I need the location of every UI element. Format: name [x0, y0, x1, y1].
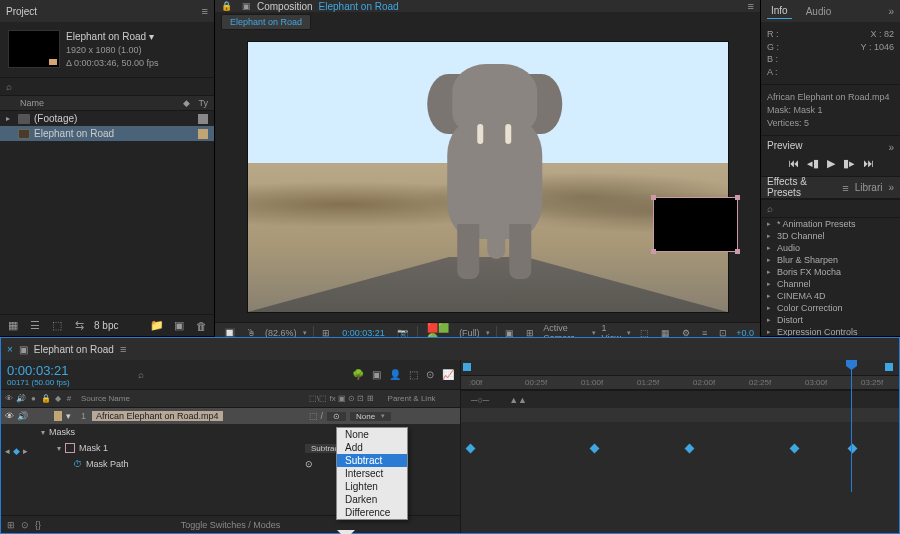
expand-icon[interactable]: ▸: [767, 232, 777, 240]
tab-info[interactable]: Info: [767, 3, 792, 19]
project-item-footage[interactable]: ▸ (Footage): [0, 111, 214, 126]
project-search-input[interactable]: [16, 81, 208, 92]
motion-blur-footer-icon[interactable]: {}: [35, 520, 41, 530]
panel-chevron-icon[interactable]: »: [888, 6, 894, 17]
zoom-dropdown-icon[interactable]: ▾: [303, 329, 307, 337]
expand-icon[interactable]: ▸: [767, 256, 777, 264]
mask-vertex[interactable]: [735, 195, 740, 200]
frame-blend-footer-icon[interactable]: ⊙: [21, 520, 29, 530]
mask-vertex[interactable]: [651, 195, 656, 200]
pickwhip-icon[interactable]: ⊙: [305, 459, 313, 469]
flow-view-icon[interactable]: ⬚: [50, 319, 64, 333]
expand-mask-icon[interactable]: ▾: [57, 444, 65, 453]
asset-name[interactable]: Elephant on Road ▾: [66, 30, 159, 44]
label-column-icon[interactable]: ◆: [183, 98, 190, 108]
time-ruler[interactable]: :00f00:25f01:00f01:25f02:00f02:25f03:00f…: [461, 376, 899, 390]
asset-thumbnail[interactable]: [8, 30, 60, 68]
render-queue-icon[interactable]: ×: [7, 344, 13, 355]
last-frame-icon[interactable]: ⏭: [863, 157, 874, 170]
ruler-top[interactable]: [461, 360, 899, 376]
project-settings-icon[interactable]: ⇆: [72, 319, 86, 333]
effect-category[interactable]: ▸Color Correction: [761, 302, 900, 314]
comp-name[interactable]: Elephant on Road: [319, 1, 399, 12]
solo-col-icon[interactable]: ●: [29, 394, 37, 403]
keyframe[interactable]: [590, 444, 600, 454]
label-swatch[interactable]: [54, 411, 62, 421]
panel-chevron-icon[interactable]: »: [888, 182, 894, 193]
camera-dropdown-icon[interactable]: ▾: [592, 329, 596, 337]
bpc-label[interactable]: 8 bpc: [94, 320, 118, 331]
expand-icon[interactable]: ▸: [767, 304, 777, 312]
res-dropdown-icon[interactable]: ▾: [486, 329, 490, 337]
preview-label[interactable]: Preview: [767, 140, 803, 155]
tab-libraries[interactable]: Librari: [855, 182, 883, 193]
menu-item-intersect[interactable]: Intersect: [337, 467, 407, 480]
visibility-col-icon[interactable]: 👁: [5, 394, 13, 403]
effect-category[interactable]: ▸CINEMA 4D: [761, 290, 900, 302]
expand-transforms-icon[interactable]: ⊞: [7, 520, 15, 530]
label-col-icon[interactable]: ◆: [54, 394, 62, 403]
new-comp-icon[interactable]: ▣: [172, 319, 186, 333]
list-view-icon[interactable]: ☰: [28, 319, 42, 333]
audio-col-icon[interactable]: 🔊: [16, 394, 26, 403]
parent-pickwhip[interactable]: ⊙: [327, 412, 346, 421]
timeline-tab[interactable]: Elephant on Road: [34, 344, 114, 355]
label-swatch[interactable]: [198, 129, 208, 139]
effect-category[interactable]: ▸Channel: [761, 278, 900, 290]
comp-mini-flow-icon[interactable]: ▣: [19, 344, 28, 355]
parent-col[interactable]: Parent & Link: [388, 394, 436, 403]
num-col-header[interactable]: #: [65, 394, 73, 403]
mask-path-label[interactable]: Mask Path: [86, 459, 305, 469]
visibility-toggle[interactable]: 👁: [5, 411, 14, 421]
shy-icon[interactable]: 👤: [389, 369, 401, 380]
tab-audio[interactable]: Audio: [802, 4, 836, 19]
expand-icon[interactable]: ▸: [767, 292, 777, 300]
lock-icon[interactable]: 🔒: [221, 1, 232, 11]
timeline-right[interactable]: :00f00:25f01:00f01:25f02:00f02:25f03:00f…: [461, 360, 899, 533]
prev-keyframe-icon[interactable]: ◂: [5, 446, 10, 456]
trash-icon[interactable]: 🗑: [194, 319, 208, 333]
type-column-header[interactable]: Ty: [198, 98, 208, 108]
first-frame-icon[interactable]: ⏮: [788, 157, 799, 170]
lock-col-icon[interactable]: 🔒: [41, 394, 51, 403]
parent-dropdown[interactable]: None ▾: [350, 412, 391, 421]
label-swatch[interactable]: [198, 114, 208, 124]
expand-icon[interactable]: ▸: [767, 280, 777, 288]
effect-category[interactable]: ▸Expression Controls: [761, 326, 900, 336]
stopwatch-icon[interactable]: ⏱: [73, 459, 82, 469]
panel-menu-icon[interactable]: ≡: [202, 5, 208, 17]
name-column-header[interactable]: Name: [6, 98, 183, 108]
zoom-in-icon[interactable]: ▲▲: [509, 395, 527, 405]
viewport[interactable]: [215, 32, 760, 322]
expand-icon[interactable]: ▸: [767, 244, 777, 252]
project-tab-label[interactable]: Project: [6, 6, 37, 17]
effects-search-input[interactable]: [777, 203, 900, 214]
keyframe[interactable]: [790, 444, 800, 454]
add-keyframe-icon[interactable]: ◆: [13, 446, 20, 456]
effect-category[interactable]: ▸Boris FX Mocha: [761, 266, 900, 278]
layer-source-name[interactable]: African Elephant on Road.mp4: [92, 411, 223, 421]
toggle-switches-label[interactable]: Toggle Switches / Modes: [181, 520, 281, 530]
panel-menu-icon[interactable]: ≡: [120, 343, 126, 355]
effect-category[interactable]: ▸Blur & Sharpen: [761, 254, 900, 266]
panel-menu-icon[interactable]: ≡: [842, 182, 848, 194]
panel-menu-icon[interactable]: ≡: [748, 0, 754, 12]
menu-item-add[interactable]: Add: [337, 441, 407, 454]
play-icon[interactable]: ▶: [827, 157, 835, 170]
interpret-footage-icon[interactable]: ▦: [6, 319, 20, 333]
expand-layer-icon[interactable]: ▾: [65, 411, 73, 421]
mode-col-header[interactable]: ⬚\⬚ fx ▣ ⊙ ⊡ ⊞: [309, 394, 374, 403]
mask-color-swatch[interactable]: [65, 443, 75, 453]
next-frame-icon[interactable]: ▮▸: [843, 157, 855, 170]
tab-effects[interactable]: Effects & Presets: [767, 176, 836, 200]
layer-row-1[interactable]: 👁 🔊 ▾ 1 African Elephant on Road.mp4 ⬚ /: [1, 408, 460, 424]
menu-item-none[interactable]: None: [337, 428, 407, 441]
expand-icon[interactable]: ▸: [767, 316, 777, 324]
expand-icon[interactable]: ▸: [767, 268, 777, 276]
timeline-search-input[interactable]: [148, 369, 344, 380]
comp-flowchart-icon[interactable]: 🌳: [352, 369, 364, 380]
zoom-out-icon[interactable]: ─○─: [471, 395, 489, 405]
menu-item-lighten[interactable]: Lighten: [337, 480, 407, 493]
work-area-end[interactable]: [885, 363, 893, 371]
graph-editor-icon[interactable]: 📈: [442, 369, 454, 380]
